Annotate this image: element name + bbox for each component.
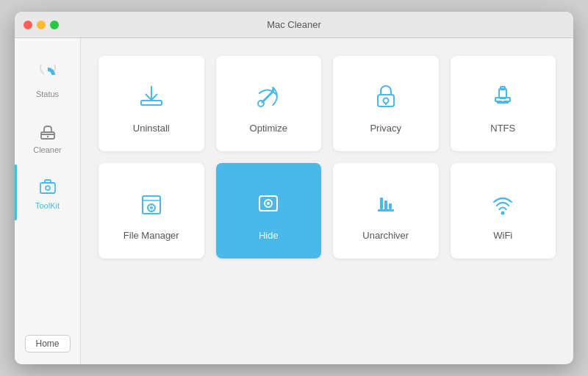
window-title: Mac Cleaner xyxy=(267,19,321,30)
svg-rect-38 xyxy=(384,200,387,209)
svg-rect-4 xyxy=(40,183,55,193)
sidebar-item-status[interactable]: Status xyxy=(15,53,80,109)
uninstall-icon xyxy=(134,79,169,114)
titlebar: Mac Cleaner xyxy=(15,12,573,38)
svg-rect-37 xyxy=(380,198,383,209)
ntfs-icon xyxy=(485,79,520,114)
optimize-icon xyxy=(251,79,286,114)
svg-rect-36 xyxy=(378,209,394,212)
file-manager-label: File Manager xyxy=(123,230,179,241)
svg-rect-39 xyxy=(389,203,392,209)
home-button[interactable]: Home xyxy=(25,335,71,352)
card-wifi[interactable]: WiFi xyxy=(451,163,556,258)
main-area: Uninstall Optimize xyxy=(81,38,573,364)
uninstall-label: Uninstall xyxy=(133,123,170,134)
tool-grid: Uninstall Optimize xyxy=(98,56,556,258)
card-file-manager[interactable]: File Manager xyxy=(98,163,204,258)
card-ntfs[interactable]: NTFS xyxy=(451,56,556,151)
minimize-button[interactable] xyxy=(37,21,46,29)
maximize-button[interactable] xyxy=(50,21,59,29)
svg-point-34 xyxy=(267,202,270,205)
app-window: Mac Cleaner Status xyxy=(15,12,573,364)
card-uninstall[interactable]: Uninstall xyxy=(98,56,204,151)
close-button[interactable] xyxy=(24,21,32,29)
sidebar-toolkit-label: ToolKit xyxy=(35,201,60,210)
unarchiver-label: Unarchiver xyxy=(362,230,409,241)
sidebar-cleaner-label: Cleaner xyxy=(33,145,62,154)
sidebar-item-toolkit[interactable]: ToolKit xyxy=(15,164,80,220)
toolkit-icon xyxy=(36,175,60,198)
svg-point-20 xyxy=(502,99,503,101)
window-controls xyxy=(24,21,59,29)
sidebar-bottom: Home xyxy=(15,323,80,364)
svg-point-14 xyxy=(383,98,388,103)
active-indicator xyxy=(15,164,17,220)
card-optimize[interactable]: Optimize xyxy=(216,56,322,151)
privacy-icon xyxy=(368,79,404,114)
status-icon xyxy=(36,63,60,87)
hide-icon xyxy=(251,186,286,221)
wifi-label: WiFi xyxy=(493,230,512,241)
svg-line-30 xyxy=(149,205,150,206)
cleaner-icon xyxy=(36,119,60,142)
svg-rect-1 xyxy=(41,132,54,139)
ntfs-label: NTFS xyxy=(490,123,515,134)
sidebar: Status Cleaner xyxy=(15,38,81,364)
privacy-label: Privacy xyxy=(370,123,401,134)
content-area: Status Cleaner xyxy=(15,38,573,364)
hide-label: Hide xyxy=(259,230,279,241)
svg-point-12 xyxy=(258,101,264,106)
svg-point-40 xyxy=(501,211,505,214)
svg-point-0 xyxy=(44,71,51,79)
file-manager-icon xyxy=(134,186,169,221)
svg-rect-10 xyxy=(141,101,162,105)
sidebar-status-label: Status xyxy=(36,90,59,98)
svg-line-28 xyxy=(149,209,150,210)
card-unarchiver[interactable]: Unarchiver xyxy=(333,163,439,258)
svg-point-3 xyxy=(46,136,48,137)
sidebar-item-cleaner[interactable]: Cleaner xyxy=(15,109,80,164)
svg-point-31 xyxy=(150,206,153,209)
wifi-icon xyxy=(485,186,520,221)
svg-line-24 xyxy=(153,205,154,206)
card-privacy[interactable]: Privacy xyxy=(333,56,439,151)
card-hide[interactable]: Hide xyxy=(216,163,322,258)
optimize-label: Optimize xyxy=(250,123,287,134)
svg-line-26 xyxy=(153,209,154,210)
unarchiver-icon xyxy=(368,186,404,221)
